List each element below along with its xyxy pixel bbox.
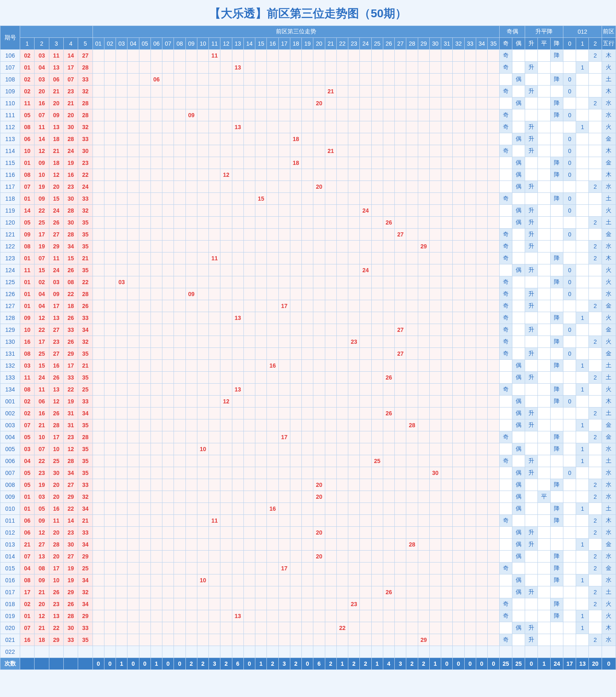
table-row: 124111524263524偶升0火	[0, 264, 616, 276]
table-row: 016080910193410偶降1水	[0, 574, 616, 586]
table-row: 117071920232420偶升2水	[0, 181, 616, 193]
table-row: 010010516223416偶降1土	[0, 503, 616, 515]
table-row: 134081113222513奇降1火	[0, 384, 616, 396]
header-row-2: 1234501020304050607080910111213141516171…	[0, 38, 616, 50]
table-row: 127010417182617奇升2金	[0, 300, 616, 312]
table-row: 119142224283224偶升0火	[0, 205, 616, 217]
table-row: 118010915303315奇降0土	[0, 193, 616, 205]
table-row: 130161723263223奇降2火	[0, 336, 616, 348]
table-row: 018022023263423奇降2火	[0, 598, 616, 610]
table-row: 021161829333529奇升2水	[0, 634, 616, 646]
table-row: 007052330343530偶升0水	[0, 467, 616, 479]
table-row: 131082527293527奇升0金	[0, 348, 616, 360]
table-row: 107010413172813奇升1火	[0, 62, 616, 74]
table-row: 121091727283527奇升0金	[0, 229, 616, 241]
header-draw-group	[20, 26, 93, 38]
table-row: 126010409222809奇升0水	[0, 288, 616, 300]
table-row: 113061418283318偶升0金	[0, 133, 616, 145]
header-period: 期号	[0, 26, 20, 50]
header-wx-group: 前区	[602, 26, 616, 38]
table-row: 002021626313426偶升2土	[0, 408, 616, 419]
table-row: 013212728303428偶升1金	[0, 539, 616, 551]
header-012-group: 012	[563, 26, 602, 38]
table-row: 019011213282913奇降1火	[0, 610, 616, 622]
table-row: 003072128313528偶升1金	[0, 419, 616, 431]
table-row: 133112426333526偶升2土	[0, 372, 616, 384]
table-row: 110111620212820偶降2水	[0, 97, 616, 109]
header-trend-group: 前区第三位走势	[93, 26, 499, 38]
trend-table: 期号 前区第三位走势 奇偶 升平降 012 前区 123450102030405…	[0, 25, 616, 670]
table-row: 005030710123510偶降1水	[0, 443, 616, 455]
header-parity-group: 奇偶	[499, 26, 525, 38]
table-row: 014071320272920偶降2水	[0, 551, 616, 563]
table-row: 004051017232817奇降2金	[0, 431, 616, 443]
header-row-1: 期号 前区第三位走势 奇偶 升平降 012 前区	[0, 26, 616, 38]
table-row: 128091213263313奇降1火	[0, 312, 616, 324]
header-updown-group: 升平降	[525, 26, 563, 38]
table-row: 123010711152111奇降2木	[0, 252, 616, 264]
table-row: 012061220233320偶升2水	[0, 527, 616, 539]
table-row: 108020306073306偶降0土	[0, 74, 616, 86]
table-row: 006042225283525奇升1土	[0, 455, 616, 467]
table-row: 106020311142711奇降2木	[0, 50, 616, 62]
table-row: 111050709202809奇降0水	[0, 109, 616, 121]
table-row: 020072122303322偶升1木	[0, 622, 616, 634]
table-row: 116081012162212偶降0木	[0, 169, 616, 181]
table-row: 015040817192517奇降2金	[0, 563, 616, 574]
table-row: 115010918192318偶降0金	[0, 157, 616, 169]
table-row: 008051920273320偶降2水	[0, 479, 616, 491]
table-row: 122081929343529奇升2水	[0, 241, 616, 252]
table-row: 001020612193312偶降0木	[0, 396, 616, 408]
table-row: 125010203082203奇降0火	[0, 276, 616, 288]
page-title: 【大乐透】前区第三位走势图（50期）	[0, 0, 616, 25]
table-row: 011060911142111奇降2木	[0, 515, 616, 527]
footer-row: 次数00100100223260123206212214322100000252…	[0, 658, 616, 670]
table-row: 129102227333427奇升0金	[0, 324, 616, 336]
table-row: 132031516172116偶降1土	[0, 360, 616, 372]
table-row: 112081113303213奇升1火	[0, 121, 616, 133]
table-row: 120052526303526偶升2土	[0, 217, 616, 229]
table-row-empty: 022	[0, 646, 616, 658]
table-row: 017172126293226偶升2土	[0, 586, 616, 598]
table-row: 109022021233221奇升0木	[0, 86, 616, 97]
table-row: 009010320293220偶平2水	[0, 491, 616, 503]
table-row: 114101221243021奇升0木	[0, 145, 616, 157]
